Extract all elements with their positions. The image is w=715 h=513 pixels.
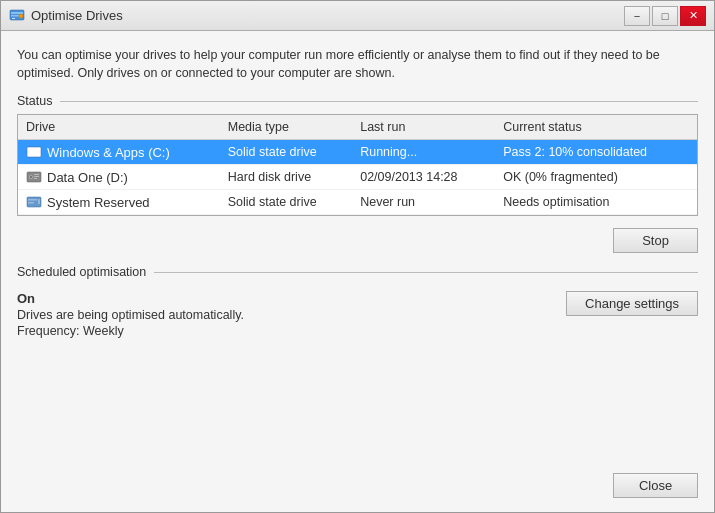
svg-point-11 <box>30 176 32 178</box>
drive-cell: Data One (D:) <box>18 165 220 190</box>
table-row[interactable]: Windows & Apps (C:)Solid state driveRunn… <box>18 140 697 165</box>
scheduled-divider <box>154 272 698 273</box>
svg-rect-18 <box>38 199 40 204</box>
drive-name: Data One (D:) <box>47 170 128 185</box>
table-header-row: Drive Media type Last run Current status <box>18 115 697 140</box>
drive-name: Windows & Apps (C:) <box>47 145 170 160</box>
scheduled-info: On Drives are being optimised automatica… <box>17 291 244 338</box>
media-type-cell: Solid state drive <box>220 190 352 215</box>
drive-optimize-icon <box>9 8 25 24</box>
drives-table-container: Drive Media type Last run Current status… <box>17 114 698 216</box>
status-section: Status Drive Media type Last run Current… <box>17 94 698 216</box>
svg-rect-2 <box>11 15 19 17</box>
title-bar-left: Optimise Drives <box>9 8 123 24</box>
drive-icon <box>26 194 42 210</box>
close-button[interactable]: Close <box>613 473 698 498</box>
table-header: Drive Media type Last run Current status <box>18 115 697 140</box>
change-settings-button[interactable]: Change settings <box>566 291 698 316</box>
scheduled-description: Drives are being optimised automatically… <box>17 308 244 322</box>
svg-rect-8 <box>38 149 40 154</box>
description-text: You can optimise your drives to help you… <box>17 47 698 82</box>
current-status-cell: Needs optimisation <box>495 190 697 215</box>
content-area: You can optimise your drives to help you… <box>1 31 714 473</box>
table-row[interactable]: System ReservedSolid state driveNever ru… <box>18 190 697 215</box>
drive-icon <box>26 144 42 160</box>
col-last-run: Last run <box>352 115 495 140</box>
scheduled-row: On Drives are being optimised automatica… <box>17 291 698 338</box>
table-row[interactable]: Data One (D:)Hard disk drive02/09/2013 1… <box>18 165 697 190</box>
current-status-cell: Pass 2: 10% consolidated <box>495 140 697 165</box>
col-drive: Drive <box>18 115 220 140</box>
main-window: Optimise Drives − □ ✕ You can optimise y… <box>0 0 715 513</box>
media-type-cell: Solid state drive <box>220 140 352 165</box>
svg-rect-12 <box>34 174 39 175</box>
current-status-cell: OK (0% fragmented) <box>495 165 697 190</box>
svg-rect-16 <box>28 199 37 201</box>
last-run-cell: Running... <box>352 140 495 165</box>
title-bar-controls: − □ ✕ <box>624 6 706 26</box>
status-divider <box>60 101 698 102</box>
title-bar: Optimise Drives − □ ✕ <box>1 1 714 31</box>
drive-name: System Reserved <box>47 195 150 210</box>
media-type-cell: Hard disk drive <box>220 165 352 190</box>
svg-rect-13 <box>34 176 39 177</box>
maximize-button[interactable]: □ <box>652 6 678 26</box>
drives-table: Drive Media type Last run Current status… <box>18 115 697 215</box>
svg-rect-1 <box>11 12 23 14</box>
status-label: Status <box>17 94 52 108</box>
svg-rect-6 <box>28 149 37 151</box>
last-run-cell: Never run <box>352 190 495 215</box>
scheduled-section: Scheduled optimisation On Drives are bei… <box>17 265 698 338</box>
close-titlebar-button[interactable]: ✕ <box>680 6 706 26</box>
minimize-button[interactable]: − <box>624 6 650 26</box>
drive-cell: System Reserved <box>18 190 220 215</box>
status-section-header: Status <box>17 94 698 108</box>
table-body: Windows & Apps (C:)Solid state driveRunn… <box>18 140 697 215</box>
stop-button-row: Stop <box>17 228 698 253</box>
last-run-cell: 02/09/2013 14:28 <box>352 165 495 190</box>
svg-rect-17 <box>28 202 34 204</box>
window-title: Optimise Drives <box>31 8 123 23</box>
svg-rect-7 <box>28 152 34 154</box>
scheduled-status: On <box>17 291 244 306</box>
scheduled-frequency: Frequency: Weekly <box>17 324 244 338</box>
footer: Close <box>1 473 714 512</box>
svg-point-3 <box>19 14 23 18</box>
svg-rect-14 <box>34 178 37 179</box>
stop-button[interactable]: Stop <box>613 228 698 253</box>
col-current-status: Current status <box>495 115 697 140</box>
drive-icon <box>26 169 42 185</box>
drive-cell: Windows & Apps (C:) <box>18 140 220 165</box>
scheduled-label: Scheduled optimisation <box>17 265 146 279</box>
scheduled-section-header: Scheduled optimisation <box>17 265 698 279</box>
col-media-type: Media type <box>220 115 352 140</box>
svg-rect-4 <box>12 18 15 19</box>
